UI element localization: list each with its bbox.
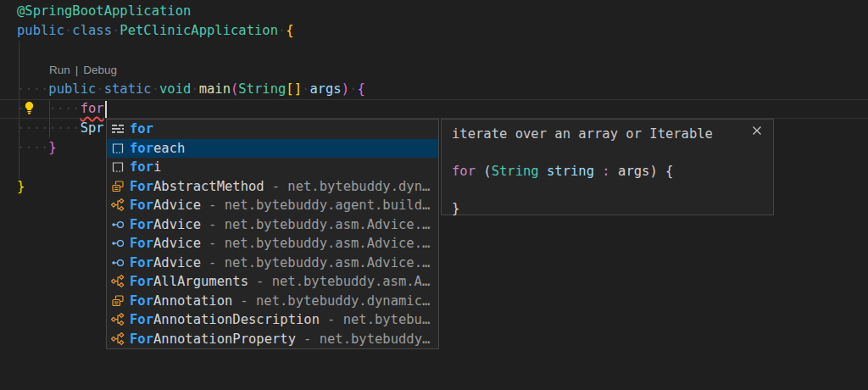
code-token: PetClinicApplication	[120, 23, 278, 38]
suggest-item-detail: - net.bytebuddy.agent.build…	[209, 198, 430, 213]
code-token: ·	[152, 81, 159, 97]
code-line-0: @SpringBootApplication	[17, 2, 191, 21]
code-line-7: ····}	[17, 138, 57, 158]
docs-code-line: for (String string : args) {	[452, 162, 673, 181]
suggest-item-match: for	[130, 121, 153, 136]
suggest-item-label: AbstractMethod	[153, 179, 264, 194]
codelens-debug-link[interactable]: Debug	[83, 64, 117, 76]
code-token: main	[199, 81, 231, 97]
symbol-class-icon	[111, 332, 125, 346]
symbol-interface-icon	[111, 256, 125, 270]
code-token: for	[452, 164, 476, 179]
text-cursor	[105, 101, 107, 118]
suggest-item-ForAnnotation[interactable]: ForAnnotation- net.bytebuddy.dynamic…	[107, 292, 438, 311]
symbol-enum-icon	[111, 180, 125, 193]
code-line-1: public·class·PetClinicApplication·{	[17, 21, 294, 41]
suggest-item-match: for	[130, 159, 153, 175]
code-token: args	[309, 81, 341, 97]
suggest-item-label: Advice	[153, 255, 201, 270]
suggest-item-match: For	[130, 312, 153, 327]
close-icon[interactable]	[749, 123, 765, 138]
code-token: Spr	[81, 120, 104, 136]
code-token: }	[17, 179, 25, 194]
symbol-interface-icon	[111, 237, 125, 250]
symbol-keyword-icon	[111, 122, 125, 136]
code-token: {	[357, 81, 364, 97]
suggest-item-label: Annotation	[153, 293, 232, 309]
suggest-item-ForAbstractMethod[interactable]: ForAbstractMethod- net.bytebuddy.dyn…	[107, 177, 438, 197]
docs-code-line: }	[452, 199, 459, 218]
suggest-item-ForAnnotationProperty[interactable]: ForAnnotationProperty- net.bytebuddy…	[107, 330, 438, 349]
suggest-item-ForAdvice[interactable]: ForAdvice- net.bytebuddy.agent.build…	[107, 196, 438, 215]
lightbulb-icon[interactable]	[22, 101, 36, 115]
code-token: ) {	[649, 164, 673, 179]
code-token: []	[286, 81, 302, 97]
suggest-item-ForAllArguments[interactable]: ForAllArguments- net.bytebuddy.asm.A…	[107, 272, 438, 292]
code-token	[539, 164, 547, 179]
code-token: args	[618, 164, 649, 179]
code-token: :	[602, 164, 609, 179]
code-token: ····	[48, 101, 80, 116]
suggest-item-match: For	[130, 274, 153, 289]
suggest-item-ForAdvice[interactable]: ForAdvice- net.bytebuddy.asm.Advice.…	[107, 254, 438, 273]
symbol-class-icon	[111, 313, 125, 326]
suggest-item-match: For	[130, 198, 153, 213]
codelens-separator: |	[70, 64, 84, 76]
suggest-item-label: Advice	[153, 236, 201, 251]
code-token: ·	[302, 81, 309, 97]
symbol-class-icon	[111, 275, 125, 288]
code-token	[594, 164, 602, 179]
suggest-item-fori[interactable]: fori	[107, 158, 438, 177]
symbol-enum-icon	[111, 294, 125, 308]
code-token: ·	[191, 81, 198, 97]
code-token: ····	[17, 81, 48, 97]
current-line-highlight	[0, 99, 868, 119]
code-token: public	[48, 81, 96, 97]
suggest-item-ForAdvice[interactable]: ForAdvice- net.bytebuddy.asm.Advice.…	[107, 215, 438, 235]
code-token: string	[547, 164, 594, 179]
code-line-4: ····public·static·void·main(String[]·arg…	[17, 80, 365, 99]
code-token: ·	[112, 23, 120, 38]
suggest-item-ForAdvice[interactable]: ForAdvice- net.bytebuddy.asm.Advice.…	[107, 234, 438, 254]
code-token: ·	[64, 23, 72, 38]
code-token: static	[104, 81, 152, 97]
codelens-run-link[interactable]: Run	[49, 64, 70, 76]
suggest-item-for[interactable]: for	[107, 120, 438, 139]
code-token: class	[72, 23, 112, 38]
suggest-item-match: For	[130, 332, 153, 347]
code-token: void	[159, 81, 191, 97]
suggest-item-detail: - net.bytebuddy…	[303, 332, 430, 347]
suggest-item-label: i	[153, 159, 161, 175]
symbol-snippet-icon	[111, 160, 125, 174]
code-token: ····	[17, 140, 48, 155]
code-token: public	[17, 23, 64, 38]
suggest-item-detail: - net.bytebu…	[327, 312, 430, 327]
suggest-item-match: For	[130, 217, 153, 232]
suggest-item-label: AllArguments	[153, 274, 248, 289]
symbol-snippet-icon	[111, 142, 125, 155]
suggest-item-detail: - net.bytebuddy.asm.Advice.…	[209, 255, 430, 270]
code-token: )	[342, 81, 349, 97]
suggest-widget: forforeachforiForAbstractMethod- net.byt…	[106, 119, 439, 349]
code-token: for	[81, 101, 104, 116]
suggest-item-foreach[interactable]: foreach	[107, 139, 438, 159]
code-line-6: ········Spr	[17, 119, 104, 138]
suggest-item-match: For	[130, 255, 153, 270]
suggest-item-label: AnnotationDescription	[153, 312, 320, 327]
suggest-item-detail: - net.bytebuddy.asm.Advice.…	[209, 236, 430, 251]
suggest-item-ForAnnotationDescription[interactable]: ForAnnotationDescription- net.bytebu…	[107, 310, 438, 330]
suggest-item-match: For	[130, 179, 153, 194]
code-token: ········	[17, 120, 81, 136]
code-token	[610, 164, 618, 179]
suggest-item-match: For	[130, 236, 153, 251]
suggest-docs-panel: iterate over an array or Iterable for (S…	[441, 119, 774, 215]
suggest-item-detail: - net.bytebuddy.asm.Advice.…	[209, 217, 430, 232]
code-token: ·	[278, 23, 286, 38]
code-token: ·	[96, 81, 103, 97]
code-line-9: }	[17, 177, 25, 197]
code-token: ·	[349, 81, 357, 97]
suggest-item-match: for	[130, 141, 153, 156]
code-token: String	[238, 81, 286, 97]
suggest-item-detail: - net.bytebuddy.asm.A…	[256, 274, 430, 289]
code-token: {	[286, 23, 293, 38]
